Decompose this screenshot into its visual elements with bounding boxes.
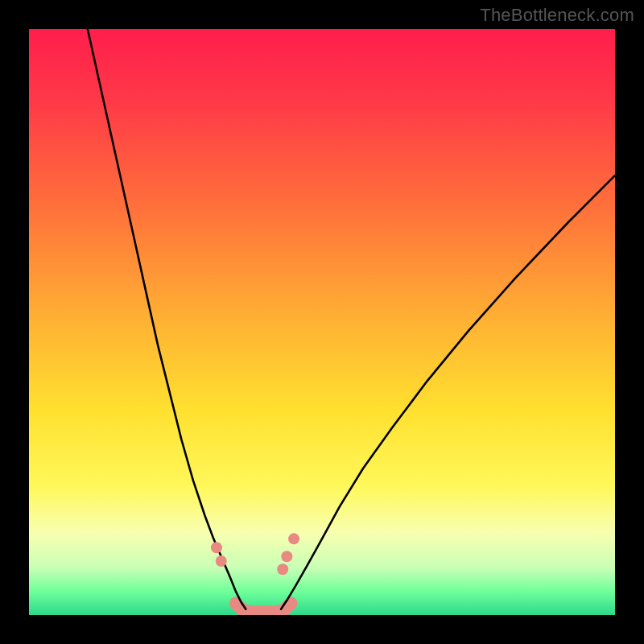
chart-svg: [29, 29, 615, 615]
watermark-text: TheBottleneck.com: [480, 5, 634, 26]
marker-dot: [216, 555, 227, 567]
chart-frame: TheBottleneck.com: [0, 0, 644, 644]
marker-dot: [281, 551, 292, 562]
marker-dot: [211, 542, 222, 553]
marker-dot: [277, 564, 288, 575]
background-gradient: [29, 29, 615, 615]
marker-dot: [288, 533, 299, 544]
plot-area: [29, 29, 615, 615]
